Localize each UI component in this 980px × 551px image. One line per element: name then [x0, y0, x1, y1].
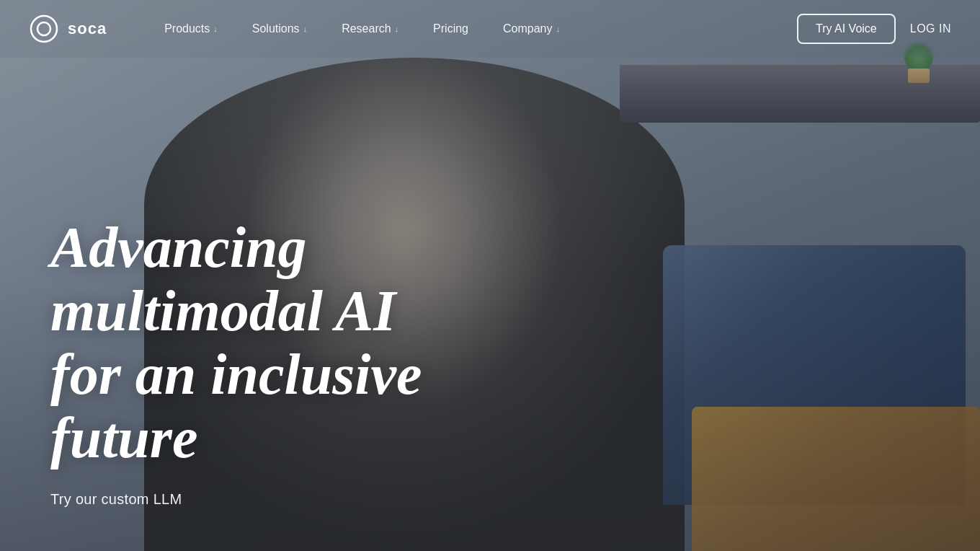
login-button[interactable]: LOG IN [910, 22, 951, 35]
chevron-down-icon: ↓ [303, 25, 308, 33]
nav-actions: Try AI Voice LOG IN [797, 14, 951, 44]
nav-item-company[interactable]: Company ↓ [489, 17, 574, 41]
nav-item-products[interactable]: Products ↓ [150, 17, 232, 41]
logo-text: soca [68, 19, 107, 38]
chevron-down-icon: ↓ [395, 25, 399, 33]
nav-item-solutions[interactable]: Solutions ↓ [238, 17, 321, 41]
logo-icon [29, 14, 59, 44]
nav-links: Products ↓ Solutions ↓ Research ↓ Pricin… [150, 17, 797, 41]
svg-point-0 [31, 16, 57, 42]
chevron-down-icon: ↓ [213, 25, 218, 33]
navbar: soca Products ↓ Solutions ↓ Research ↓ P… [0, 0, 980, 58]
nav-item-research[interactable]: Research ↓ [327, 17, 413, 41]
hero-content: Advancing multimodal AI for an inclusive… [50, 216, 555, 508]
chevron-down-icon: ↓ [556, 25, 561, 33]
svg-point-1 [37, 22, 50, 35]
logo[interactable]: soca [29, 14, 107, 44]
try-ai-voice-button[interactable]: Try AI Voice [797, 14, 896, 44]
nav-item-pricing[interactable]: Pricing [419, 17, 483, 41]
hero-subtitle: Try our custom LLM [50, 491, 555, 508]
hero-title: Advancing multimodal AI for an inclusive… [50, 216, 555, 470]
